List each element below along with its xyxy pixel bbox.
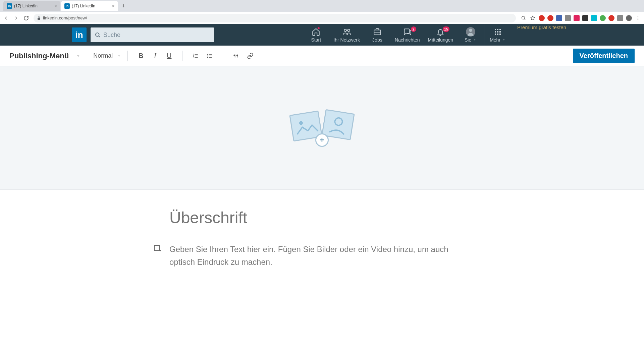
tab-title: (17) LinkedIn [14,4,52,8]
caret-down-icon [75,53,81,59]
bookmark-star-icon[interactable] [529,15,536,21]
primary-nav: Start Ihr Netzwerk Jobs 2 Nachrichten [303,24,572,46]
address-bar-row: linkedin.com/post/new/ [0,12,644,24]
extension-icon[interactable] [539,15,545,21]
unordered-list-button[interactable] [204,50,215,62]
nav-label: Mitteilungen [428,37,453,43]
svg-point-6 [96,33,99,37]
badge-count: 15 [442,26,450,32]
italic-button[interactable]: I [149,50,161,62]
svg-rect-20 [497,34,498,35]
svg-point-35 [334,117,343,126]
tabs-bar: in (17) LinkedIn × in (17) LinkedIn × + [0,0,644,12]
nav-label: Jobs [372,37,382,43]
close-tab-icon[interactable]: × [112,3,115,9]
text-style-label: Normal [93,52,113,59]
new-tab-button[interactable]: + [119,1,128,11]
nav-label: Sie [465,37,471,43]
svg-rect-13 [495,29,496,30]
linkedin-favicon: in [64,3,70,9]
nav-home[interactable]: Start [303,24,329,46]
nav-me[interactable]: Sie [457,24,484,46]
svg-line-7 [99,36,100,37]
extension-icon[interactable] [600,15,606,21]
svg-rect-21 [499,34,501,35]
url-text: linkedin.com/post/new/ [43,15,87,20]
publish-button[interactable]: Veröffentlichen [573,49,635,63]
svg-point-9 [347,29,350,32]
close-tab-icon[interactable]: × [54,3,57,9]
forward-button[interactable] [13,15,19,21]
search-icon[interactable] [520,15,527,21]
extension-icon[interactable] [582,15,588,21]
svg-point-3 [638,16,638,17]
caret-down-icon [473,38,477,42]
add-cover-icon: + [315,133,329,147]
svg-rect-15 [499,29,501,30]
caret-down-icon [502,38,506,42]
extension-icon[interactable] [574,15,580,21]
caret-down-icon [117,54,121,58]
network-icon [342,27,352,37]
profile-avatar-icon[interactable] [626,15,632,21]
menu-icon[interactable] [635,15,641,21]
svg-point-31 [207,54,208,55]
article-title-input[interactable] [169,208,475,227]
extension-icon[interactable] [617,15,623,21]
blockquote-button[interactable] [230,50,242,62]
extension-icon[interactable] [565,15,571,21]
toolbar-separator [87,51,87,61]
svg-rect-17 [497,31,498,33]
svg-rect-18 [499,31,501,33]
link-button[interactable] [245,50,256,62]
svg-line-1 [524,19,525,20]
svg-rect-19 [495,34,496,35]
svg-point-0 [522,16,525,19]
search-input[interactable]: Suche [91,27,214,42]
svg-point-33 [207,57,208,58]
extension-icon[interactable] [591,15,597,21]
nav-jobs[interactable]: Jobs [364,24,391,46]
text-style-dropdown[interactable]: Normal [93,52,121,59]
avatar [466,27,475,37]
toolbar-separator [223,51,223,61]
svg-point-32 [207,55,208,56]
nav-messaging[interactable]: 2 Nachrichten [391,24,424,46]
article-editor: Geben Sie Ihren Text hier ein. Fügen Sie… [156,208,488,268]
nav-more[interactable]: Mehr [484,24,511,46]
back-button[interactable] [3,15,9,21]
publishing-menu-dropdown[interactable]: Publishing-Menü [9,52,81,60]
ordered-list-button[interactable]: 123 [190,50,201,62]
reload-button[interactable] [23,15,30,21]
bold-button[interactable]: B [135,50,147,62]
premium-cta[interactable]: Premium gratis testen [511,24,572,46]
underline-button[interactable]: U [163,50,175,62]
nav-label: Start [311,37,321,43]
svg-point-34 [299,121,303,125]
extension-icon[interactable] [556,15,562,21]
article-body-input[interactable]: Geben Sie Ihren Text hier ein. Fügen Sie… [169,243,475,268]
toolbar-separator [182,51,182,61]
search-icon [95,32,101,38]
browser-chrome: in (17) LinkedIn × in (17) LinkedIn × + [0,0,644,24]
extension-icon[interactable] [547,15,553,21]
cover-placeholder-graphic: + [288,111,356,145]
jobs-icon [373,27,382,37]
cover-image-area[interactable]: + [0,66,644,190]
nav-network[interactable]: Ihr Netzwerk [329,24,364,46]
badge-count: 2 [411,26,417,32]
url-bar[interactable]: linkedin.com/post/new/ [34,14,516,22]
linkedin-logo[interactable]: in [72,27,87,42]
extension-icon[interactable] [608,15,614,21]
browser-tab[interactable]: in (17) LinkedIn × [3,1,60,11]
svg-rect-16 [495,31,496,33]
toolbar-separator [127,51,128,61]
nav-notifications[interactable]: 15 Mitteilungen [424,24,458,46]
linkedin-header: in Suche Start Ihr Netzwerk [0,24,644,46]
nav-label: Nachrichten [395,37,420,43]
add-media-button[interactable] [153,244,163,254]
browser-tab[interactable]: in (17) LinkedIn × [61,1,118,11]
linkedin-favicon: in [7,3,12,9]
editor-toolbar: Publishing-Menü Normal B I U 123 Veröffe… [0,46,644,66]
svg-point-12 [469,29,472,32]
